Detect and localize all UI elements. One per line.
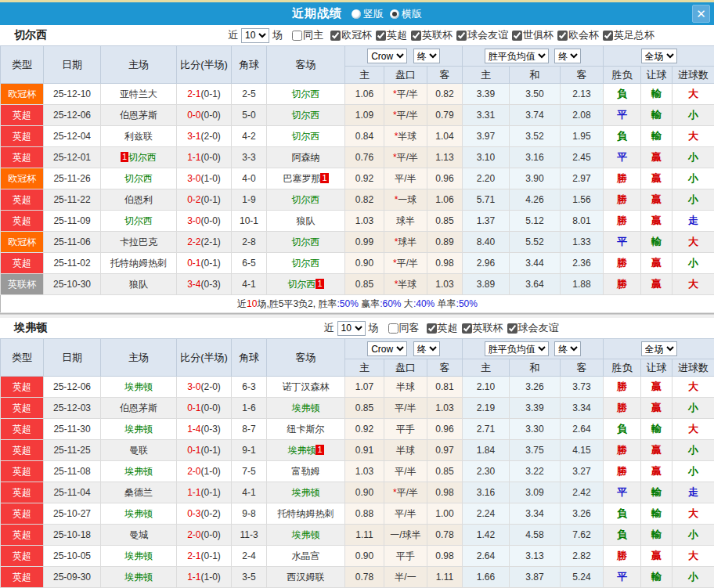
league-checkbox-item[interactable]: 英联杯 [462,321,503,335]
odds-final-select[interactable]: 终 [413,341,440,356]
league-checkbox[interactable] [411,31,421,41]
avg-select[interactable]: 胜平负均值 [485,341,549,356]
corner-score: 4-1 [232,274,267,295]
radio-vertical-layout[interactable]: 竖版 [352,7,384,21]
result-wdl: 負 [604,126,641,147]
same-venue-checkbox[interactable] [388,323,398,334]
avg-home: 3.89 [463,274,510,295]
match-date: 25-11-06 [44,232,101,253]
result-goals: 小 [673,567,714,588]
odds-handicap: 球半 [384,211,427,232]
league-checkbox-item[interactable]: 球会友谊 [507,321,559,335]
recent-label-suffix: 场 [272,28,283,42]
odds-home: 0.92 [345,168,384,189]
avg-final-select[interactable]: 终 [554,341,581,356]
league-checkbox[interactable] [603,31,613,41]
match-type-badge: 英超 [1,211,44,232]
result-handicap: 輸 [641,482,673,503]
same-venue-checkbox-item[interactable]: 同主 [292,28,323,42]
avg-home: 2.64 [463,546,510,567]
odds-away: 0.78 [427,525,463,546]
odds-home: 0.76 [345,147,384,168]
match-type-badge: 英超 [1,567,44,588]
radio-checked-icon[interactable] [390,9,399,19]
sub-col-odds-away: 客 [427,67,463,84]
match-date: 25-12-03 [44,398,101,419]
avg-home: 1.66 [463,567,510,588]
league-checkbox-item[interactable]: 英足总杯 [603,28,654,42]
avg-final-select[interactable]: 终 [554,49,581,63]
result-wdl: 負 [604,84,641,105]
odds-handicap: 平/半 [384,168,427,189]
avg-home: 1.37 [463,211,510,232]
home-team: 1切尔西 [101,147,177,168]
filter-bar: 近 10 场 同主 欧冠杯 英超 英联杯 球会友谊 世俱杯 [168,28,714,43]
close-button[interactable]: ✕ [692,5,710,23]
result-wdl: 勝 [604,168,641,189]
avg-away: 2.45 [561,147,604,168]
match-type-badge: 欧冠杯 [1,84,44,105]
odds-home: 0.92 [345,419,384,440]
odds-final-select[interactable]: 终 [413,49,440,63]
avg-select[interactable]: 胜平负均值 [485,49,549,63]
recent-count-select[interactable]: 10 [337,321,366,336]
league-checkbox[interactable] [330,31,341,41]
league-checkbox-item[interactable]: 英超 [376,28,407,42]
table-row: 英超 25-12-06 伯恩茅斯 0-0(0-0) 5-0 切尔西 1.09 *… [1,105,714,126]
avg-draw: 3.39 [510,398,561,419]
match-type-badge: 英超 [1,461,44,482]
away-team: 切尔西 [267,84,345,105]
league-checkbox-item[interactable]: 英超 [427,321,458,335]
same-venue-checkbox-item[interactable]: 同客 [388,321,420,335]
league-checkbox-item[interactable]: 欧会杯 [557,28,599,42]
odds-away: 0.79 [427,105,463,126]
odds-away: 0.98 [427,482,463,503]
sub-col-goals: 进球数 [673,359,714,377]
odds-home: 0.90 [345,546,384,567]
league-checkbox[interactable] [512,31,522,41]
league-checkbox[interactable] [557,31,568,41]
league-checkbox-item[interactable]: 英联杯 [411,28,453,42]
result-wdl: 勝 [604,189,641,211]
result-handicap: 輸 [641,126,673,147]
same-venue-checkbox[interactable] [292,31,302,41]
avg-away: 2.82 [561,546,604,567]
recent-count-select[interactable]: 10 [241,28,269,43]
league-checkbox-item[interactable]: 世俱杯 [512,28,554,42]
league-checkbox[interactable] [507,323,517,334]
match-score: 3-0(1-0) [177,168,232,189]
avg-away: 1.33 [561,232,604,253]
result-handicap: 輸 [641,105,673,126]
league-checkbox-item[interactable]: 球会友谊 [456,28,508,42]
bookmaker-select[interactable]: Crow [367,341,407,356]
league-checkbox[interactable] [456,31,467,41]
summary-row: 近10场,胜5平3负2, 胜率:50% 赢率:60% 大:40% 单率:50% [1,295,714,313]
odds-away: 0.97 [427,440,463,461]
odds-handicap: *平/半 [384,482,427,503]
match-score: 0-3(0-2) [177,503,232,525]
radio-unchecked-icon[interactable] [352,9,361,19]
table-row: 英超 25-10-27 埃弗顿 0-3(0-2) 9-8 托特纳姆热刺 0.88… [1,503,714,525]
result-handicap: 輸 [641,503,673,525]
avg-away: 2.08 [561,105,604,126]
league-checkbox-item[interactable]: 欧冠杯 [330,28,372,42]
avg-away: 3.27 [561,461,604,482]
home-team: 埃弗顿 [101,503,177,525]
radio-horizontal-layout[interactable]: 横版 [390,7,422,21]
away-team: 埃弗顿 [267,398,345,419]
odds-away: 1.13 [427,147,463,168]
result-wdl: 勝 [604,398,641,419]
bookmaker-select[interactable]: Crow [367,49,407,63]
avg-home: 3.16 [463,482,510,503]
odds-home: 1.03 [345,211,384,232]
result-goals: 小 [673,253,714,274]
league-checkbox[interactable] [376,31,386,41]
match-type-badge: 英超 [1,546,44,567]
league-checkbox[interactable] [427,323,437,334]
odds-home: 0.85 [345,398,384,419]
odds-home: 0.99 [345,232,384,253]
fulltime-select[interactable]: 全场 [641,49,677,63]
fulltime-select[interactable]: 全场 [641,341,677,356]
league-checkbox[interactable] [462,323,472,334]
table-row: 英超 25-11-02 托特纳姆热刺 0-1(0-1) 6-5 切尔西 0.90… [1,253,714,274]
